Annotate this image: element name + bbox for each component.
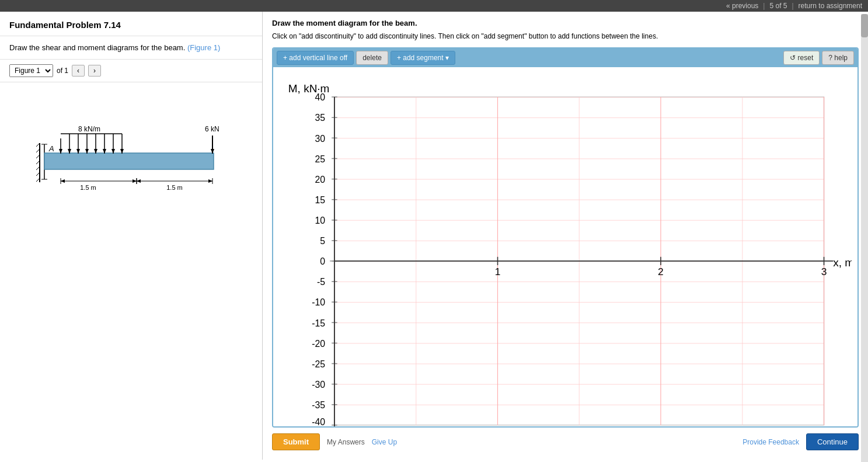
x-tick-1: 1 xyxy=(495,266,501,277)
provide-feedback-link[interactable]: Provide Feedback xyxy=(742,438,799,446)
figure-controls: Figure 1 of 1 ‹ › xyxy=(0,60,262,82)
help-button[interactable]: ? help xyxy=(822,51,854,65)
y-tick-neg10: -10 xyxy=(312,297,325,307)
svg-marker-34 xyxy=(61,179,65,183)
problem-description-text: Draw the shear and moment diagrams for t… xyxy=(9,43,185,52)
y-tick-30: 30 xyxy=(315,134,326,144)
problem-description: Draw the shear and moment diagrams for t… xyxy=(0,36,262,60)
add-segment-button[interactable]: + add segment ▾ xyxy=(391,51,455,65)
x-tick-2: 2 xyxy=(658,266,664,277)
top-bar: « previous | 5 of 5 | return to assignme… xyxy=(0,0,868,12)
y-tick-neg25: -25 xyxy=(312,359,325,369)
return-to-assignment-link[interactable]: return to assignment xyxy=(799,2,862,10)
scrollbar-thumb[interactable] xyxy=(861,14,868,37)
left-beam-diagram: A 8 kN/m xyxy=(9,92,231,209)
figure-selector[interactable]: Figure 1 xyxy=(9,64,53,77)
give-up-link[interactable]: Give Up xyxy=(372,438,397,446)
x-axis-label: x, m xyxy=(833,256,852,269)
left-panel: Fundamental Problem 7.14 Draw the shear … xyxy=(0,12,263,460)
y-tick-neg15: -15 xyxy=(312,318,325,328)
continue-button[interactable]: Continue xyxy=(806,433,859,450)
y-tick-neg5: -5 xyxy=(317,277,325,287)
main-layout: Fundamental Problem 7.14 Draw the shear … xyxy=(0,12,868,460)
figure-of-label: of 1 xyxy=(57,67,68,75)
toolbar: + add vertical line off delete + add seg… xyxy=(273,48,857,67)
separator-1: | xyxy=(763,2,765,10)
tool-area: + add vertical line off delete + add seg… xyxy=(272,47,859,428)
point-load-label-left: 6 kN xyxy=(205,125,219,133)
next-figure-button[interactable]: › xyxy=(88,65,101,77)
footer-right: Provide Feedback Continue xyxy=(742,433,859,450)
y-tick-0: 0 xyxy=(320,256,325,266)
my-answers-label: My Answers xyxy=(327,438,365,446)
previous-link[interactable]: « previous xyxy=(726,2,758,10)
add-vertical-line-button[interactable]: + add vertical line off xyxy=(277,51,354,65)
y-tick-neg30: -30 xyxy=(312,380,325,390)
diagram-area: A 8 kN/m xyxy=(273,67,857,426)
right-panel: Draw the moment diagram for the beam. Cl… xyxy=(263,12,868,460)
right-subtitle: Click on "add discontinuity" to add disc… xyxy=(272,31,859,41)
svg-rect-11 xyxy=(44,153,214,169)
svg-marker-35 xyxy=(133,179,137,183)
dim2-label-left: 1.5 m xyxy=(166,184,183,191)
y-tick-10: 10 xyxy=(315,216,326,225)
beam-label-a: A xyxy=(48,144,54,153)
y-tick-neg35: -35 xyxy=(312,400,325,410)
x-tick-3: 3 xyxy=(821,266,827,277)
submit-button[interactable]: Submit xyxy=(272,433,320,450)
submit-area: Submit My Answers Give Up xyxy=(272,433,397,450)
svg-marker-39 xyxy=(137,179,141,183)
y-tick-15: 15 xyxy=(315,195,326,205)
separator-2: | xyxy=(792,2,793,10)
prev-figure-button[interactable]: ‹ xyxy=(72,65,85,77)
figure-area: A 8 kN/m xyxy=(0,82,262,460)
y-tick-5: 5 xyxy=(320,236,325,246)
dim1-label-left: 1.5 m xyxy=(80,184,96,191)
moment-chart[interactable]: M, kN·m xyxy=(279,73,852,426)
chart-container: M, kN·m xyxy=(279,73,852,426)
figure-link[interactable]: (Figure 1) xyxy=(187,43,220,52)
reset-button[interactable]: ↺ reset xyxy=(783,51,820,65)
y-tick-35: 35 xyxy=(315,113,326,123)
y-tick-20: 20 xyxy=(315,175,326,185)
y-tick-neg40: -40 xyxy=(312,417,325,426)
problem-title: Fundamental Problem 7.14 xyxy=(0,12,262,36)
page-indicator: 5 of 5 xyxy=(769,2,787,10)
dist-load-label-left: 8 kN/m xyxy=(78,125,100,133)
scrollbar[interactable] xyxy=(861,14,868,462)
y-tick-40: 40 xyxy=(315,92,326,102)
right-title: Draw the moment diagram for the beam. xyxy=(272,19,859,27)
bottom-area: Submit My Answers Give Up Provide Feedba… xyxy=(272,428,859,453)
delete-button[interactable]: delete xyxy=(356,51,388,65)
y-tick-25: 25 xyxy=(315,154,326,164)
svg-marker-40 xyxy=(208,179,212,183)
y-tick-neg20: -20 xyxy=(312,339,325,349)
